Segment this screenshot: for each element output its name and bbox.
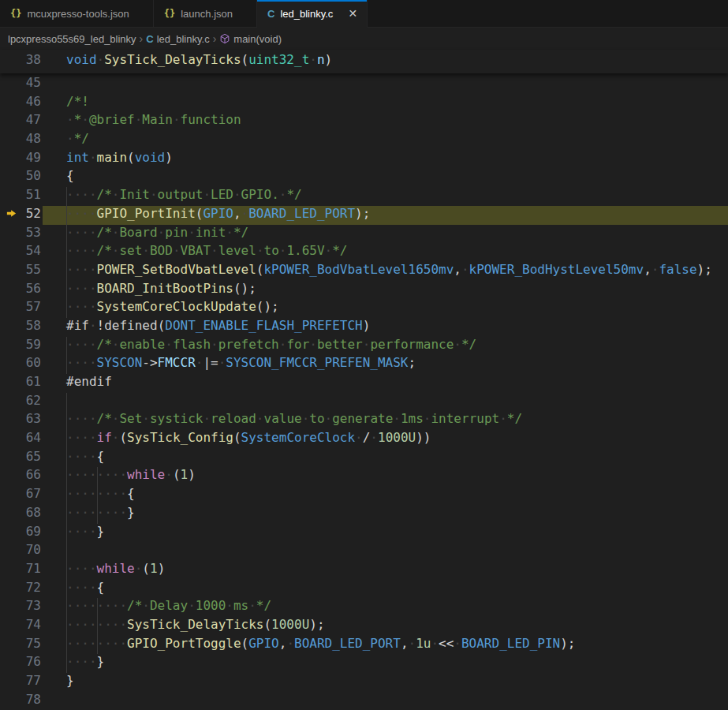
line-number[interactable]: 60 bbox=[22, 355, 43, 374]
glyph-margin[interactable] bbox=[0, 206, 22, 225]
line-number[interactable]: 50 bbox=[22, 168, 43, 187]
line-content[interactable]: #if·!defined(DONT_ENABLE_FLASH_PREFETCH) bbox=[43, 318, 728, 337]
line-number[interactable]: 76 bbox=[22, 654, 43, 673]
line-number[interactable]: 65 bbox=[22, 449, 43, 468]
line-content[interactable]: #endif bbox=[43, 374, 728, 393]
line-number[interactable]: 72 bbox=[22, 580, 43, 599]
tab-mcuxpresso-tools.json[interactable]: {}mcuxpresso-tools.json bbox=[0, 0, 154, 27]
glyph-margin[interactable] bbox=[0, 524, 22, 543]
line-content[interactable]: ·*/ bbox=[43, 131, 728, 150]
line-content[interactable]: ····{ bbox=[43, 580, 728, 599]
line-number[interactable]: 53 bbox=[22, 225, 43, 244]
glyph-margin[interactable] bbox=[0, 692, 22, 710]
line-number[interactable]: 55 bbox=[22, 262, 43, 281]
sticky-scroll[interactable]: 38void·SysTick_DelayTicks(uint32_t·n) bbox=[0, 50, 728, 73]
line-number[interactable]: 48 bbox=[22, 131, 43, 150]
glyph-margin[interactable] bbox=[0, 486, 22, 505]
glyph-margin[interactable] bbox=[0, 374, 22, 393]
tab-led_blinky.c[interactable]: Cled_blinky.c✕ bbox=[257, 0, 368, 28]
line-content[interactable]: ····GPIO_PortInit(GPIO,·BOARD_LED_PORT); bbox=[43, 206, 728, 225]
glyph-margin[interactable] bbox=[0, 262, 22, 281]
line-number[interactable]: 38 bbox=[22, 52, 43, 71]
line-content[interactable]: int·main(void) bbox=[43, 150, 728, 169]
line-number[interactable]: 52 bbox=[22, 206, 43, 225]
line-content[interactable]: ····SYSCON->FMCCR·|=·SYSCON_FMCCR_PREFEN… bbox=[43, 355, 728, 374]
glyph-margin[interactable] bbox=[0, 467, 22, 486]
line-content[interactable]: ····if·(SysTick_Config(SystemCoreClock·/… bbox=[43, 430, 728, 449]
glyph-margin[interactable] bbox=[0, 449, 22, 468]
line-content[interactable]: ········} bbox=[43, 505, 728, 524]
line-content[interactable]: ········{ bbox=[43, 486, 728, 505]
line-number[interactable]: 61 bbox=[22, 374, 43, 393]
line-content[interactable]: ····{ bbox=[43, 449, 728, 468]
glyph-margin[interactable] bbox=[0, 355, 22, 374]
line-content[interactable]: ····/*·Init·output·LED·GPIO.·*/ bbox=[43, 187, 728, 206]
breadcrumb-item[interactable]: main(void) bbox=[219, 33, 282, 45]
glyph-margin[interactable] bbox=[0, 673, 22, 692]
line-number[interactable]: 75 bbox=[22, 636, 43, 655]
line-number[interactable]: 57 bbox=[22, 299, 43, 318]
line-content[interactable] bbox=[43, 75, 728, 94]
breadcrumb-item[interactable]: lpcxpresso55s69_led_blinky bbox=[8, 33, 136, 45]
code-area[interactable]: 4546/*!47·*·@brief·Main·function48·*/49i… bbox=[0, 73, 728, 710]
line-number[interactable]: 59 bbox=[22, 337, 43, 356]
glyph-margin[interactable] bbox=[0, 94, 22, 113]
line-content[interactable]: ····} bbox=[43, 524, 728, 543]
line-number[interactable]: 47 bbox=[22, 112, 43, 131]
line-content[interactable]: ········GPIO_PortToggle(GPIO,·BOARD_LED_… bbox=[43, 636, 728, 655]
line-number[interactable]: 73 bbox=[22, 598, 43, 617]
line-content[interactable]: ········while·(1) bbox=[43, 467, 728, 486]
line-number[interactable]: 56 bbox=[22, 281, 43, 300]
glyph-margin[interactable] bbox=[0, 598, 22, 617]
line-content[interactable] bbox=[43, 393, 728, 412]
glyph-margin[interactable] bbox=[0, 131, 22, 150]
glyph-margin[interactable] bbox=[0, 318, 22, 337]
line-content[interactable] bbox=[43, 692, 728, 710]
line-number[interactable]: 71 bbox=[22, 561, 43, 580]
line-content[interactable]: ········/*·Delay·1000·ms·*/ bbox=[43, 598, 728, 617]
glyph-margin[interactable] bbox=[0, 150, 22, 169]
line-content[interactable]: ····/*·Board·pin·init·*/ bbox=[43, 225, 728, 244]
line-number[interactable]: 67 bbox=[22, 486, 43, 505]
line-number[interactable]: 69 bbox=[22, 524, 43, 543]
glyph-margin[interactable] bbox=[0, 225, 22, 244]
glyph-margin[interactable] bbox=[0, 561, 22, 580]
tab-launch.json[interactable]: {}launch.json bbox=[154, 0, 257, 27]
glyph-margin[interactable] bbox=[0, 112, 22, 131]
breadcrumb-item[interactable]: Cled_blinky.c bbox=[146, 33, 209, 45]
glyph-margin[interactable] bbox=[0, 542, 22, 561]
glyph-margin[interactable] bbox=[0, 168, 22, 187]
line-number[interactable]: 51 bbox=[22, 187, 43, 206]
glyph-margin[interactable] bbox=[0, 281, 22, 300]
glyph-margin[interactable] bbox=[0, 411, 22, 430]
line-content[interactable] bbox=[43, 542, 728, 561]
line-number[interactable]: 45 bbox=[22, 75, 43, 94]
line-content[interactable]: ····POWER_SetBodVbatLevel(kPOWER_BodVbat… bbox=[43, 262, 728, 281]
line-content[interactable]: ····SystemCoreClockUpdate(); bbox=[43, 299, 728, 318]
glyph-margin[interactable] bbox=[0, 243, 22, 262]
glyph-margin[interactable] bbox=[0, 393, 22, 412]
line-number[interactable]: 70 bbox=[22, 542, 43, 561]
glyph-margin[interactable] bbox=[0, 505, 22, 524]
line-content[interactable]: ········SysTick_DelayTicks(1000U); bbox=[43, 617, 728, 636]
glyph-margin[interactable] bbox=[0, 636, 22, 655]
glyph-margin[interactable] bbox=[0, 617, 22, 636]
line-number[interactable]: 62 bbox=[22, 393, 43, 412]
glyph-margin[interactable] bbox=[0, 52, 22, 71]
line-number[interactable]: 77 bbox=[22, 673, 43, 692]
close-tab-icon[interactable]: ✕ bbox=[348, 8, 357, 19]
glyph-margin[interactable] bbox=[0, 75, 22, 94]
line-content[interactable]: ····/*·enable·flash·prefetch·for·better·… bbox=[43, 337, 728, 356]
line-content[interactable]: /*! bbox=[43, 94, 728, 113]
line-number[interactable]: 64 bbox=[22, 430, 43, 449]
line-number[interactable]: 74 bbox=[22, 617, 43, 636]
line-number[interactable]: 66 bbox=[22, 467, 43, 486]
line-content[interactable]: ·*·@brief·Main·function bbox=[43, 112, 728, 131]
glyph-margin[interactable] bbox=[0, 299, 22, 318]
line-number[interactable]: 49 bbox=[22, 150, 43, 169]
line-content[interactable]: ····/*·set·BOD·VBAT·level·to·1.65V·*/ bbox=[43, 243, 728, 262]
line-content[interactable]: void·SysTick_DelayTicks(uint32_t·n) bbox=[43, 52, 728, 71]
glyph-margin[interactable] bbox=[0, 430, 22, 449]
line-number[interactable]: 58 bbox=[22, 318, 43, 337]
glyph-margin[interactable] bbox=[0, 654, 22, 673]
